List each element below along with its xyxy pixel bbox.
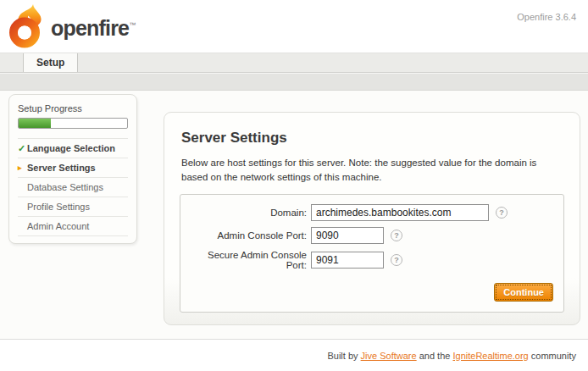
sidebar-item-label: Server Settings bbox=[27, 163, 96, 173]
setup-progress-sidebar: Setup Progress ✓ Language Selection ▸ Se… bbox=[8, 94, 137, 244]
trademark: ™ bbox=[129, 21, 135, 29]
sidebar-item-label: Language Selection bbox=[27, 143, 115, 153]
sub-bar bbox=[0, 73, 588, 91]
form-row-secure-port: Secure Admin Console Port: ? bbox=[191, 250, 553, 270]
admin-console-port-input[interactable] bbox=[311, 227, 384, 244]
check-icon: ✓ bbox=[18, 144, 27, 153]
sidebar-item-database-settings[interactable]: Database Settings bbox=[18, 178, 128, 197]
footer-text: community bbox=[529, 351, 576, 361]
sidebar-item-profile-settings[interactable]: Profile Settings bbox=[18, 197, 128, 217]
header: openfire™ Openfire 3.6.4 bbox=[0, 0, 588, 53]
page-title: Server Settings bbox=[181, 130, 564, 147]
setup-steps-menu: ✓ Language Selection ▸ Server Settings D… bbox=[18, 138, 128, 236]
openfire-logo: openfire™ bbox=[8, 4, 135, 52]
sidebar-item-server-settings[interactable]: ▸ Server Settings bbox=[18, 158, 128, 178]
help-icon[interactable]: ? bbox=[496, 207, 508, 219]
secure-admin-console-port-input[interactable] bbox=[311, 252, 384, 269]
version-label: Openfire 3.6.4 bbox=[517, 12, 576, 22]
sidebar-item-language-selection[interactable]: ✓ Language Selection bbox=[18, 139, 128, 158]
content-area: Setup Progress ✓ Language Selection ▸ Se… bbox=[0, 91, 588, 339]
tab-setup[interactable]: Setup bbox=[23, 53, 78, 72]
footer-text: Built by bbox=[327, 351, 360, 361]
secure-port-label: Secure Admin Console Port: bbox=[191, 250, 311, 270]
progress-bar-fill bbox=[19, 119, 51, 128]
setup-progress-title: Setup Progress bbox=[18, 103, 128, 114]
domain-input[interactable] bbox=[311, 204, 489, 221]
igniterealtime-link[interactable]: IgniteRealtime.org bbox=[452, 351, 528, 361]
domain-label: Domain: bbox=[191, 208, 311, 218]
page-description: Below are host settings for this server.… bbox=[181, 156, 564, 186]
progress-bar bbox=[18, 118, 128, 129]
help-icon[interactable]: ? bbox=[391, 230, 402, 241]
form-row-admin-port: Admin Console Port: ? bbox=[191, 227, 553, 244]
server-settings-form: Domain: ? Admin Console Port: ? Secure A… bbox=[180, 194, 564, 313]
sidebar-item-admin-account[interactable]: Admin Account bbox=[18, 217, 128, 236]
form-row-domain: Domain: ? bbox=[191, 204, 553, 221]
help-icon[interactable]: ? bbox=[391, 254, 402, 266]
sidebar-item-label: Admin Account bbox=[27, 221, 89, 231]
admin-port-label: Admin Console Port: bbox=[191, 230, 311, 241]
arrow-right-icon: ▸ bbox=[18, 164, 27, 172]
continue-button[interactable]: Continue bbox=[494, 283, 553, 302]
brand-name: openfire™ bbox=[51, 16, 135, 41]
tab-bar: Setup bbox=[0, 53, 588, 73]
main-panel: Server Settings Below are host settings … bbox=[164, 112, 580, 325]
sidebar-item-label: Database Settings bbox=[27, 182, 103, 192]
jive-software-link[interactable]: Jive Software bbox=[361, 351, 417, 361]
sidebar-item-label: Profile Settings bbox=[27, 202, 90, 212]
footer-text: and the bbox=[417, 351, 453, 361]
flame-logo-icon bbox=[8, 4, 47, 52]
button-row: Continue bbox=[191, 283, 553, 302]
footer: Built by Jive Software and the IgniteRea… bbox=[0, 339, 588, 371]
